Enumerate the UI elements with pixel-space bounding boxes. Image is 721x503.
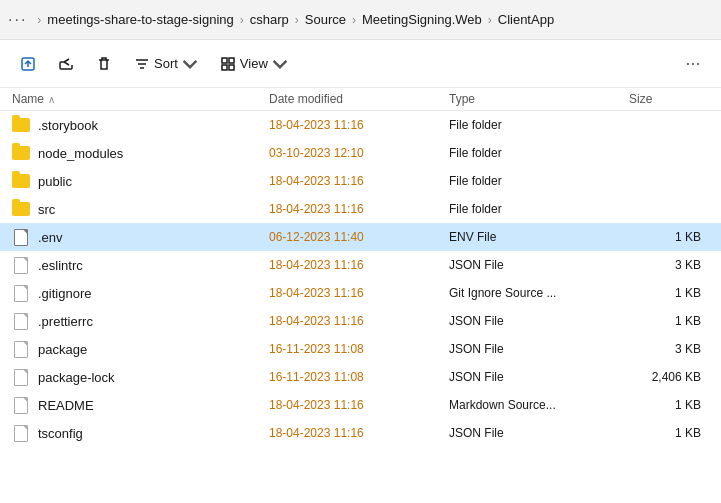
file-name: .storybook <box>38 118 98 133</box>
file-type: JSON File <box>449 258 629 272</box>
file-type: JSON File <box>449 314 629 328</box>
share-button[interactable] <box>50 48 82 80</box>
file-size: 1 KB <box>629 286 709 300</box>
file-date: 06-12-2023 11:40 <box>269 230 449 244</box>
table-row[interactable]: .env 06-12-2023 11:40 ENV File 1 KB <box>0 223 721 251</box>
file-date: 18-04-2023 11:16 <box>269 426 449 440</box>
file-date: 18-04-2023 11:16 <box>269 174 449 188</box>
table-row[interactable]: .storybook 18-04-2023 11:16 File folder <box>0 111 721 139</box>
table-row[interactable]: src 18-04-2023 11:16 File folder <box>0 195 721 223</box>
file-name: .prettierrc <box>38 314 93 329</box>
trash-icon <box>96 56 112 72</box>
table-row[interactable]: .eslintrc 18-04-2023 11:16 JSON File 3 K… <box>0 251 721 279</box>
file-type: JSON File <box>449 370 629 384</box>
file-name-cell: tsconfig <box>12 424 269 442</box>
file-date: 18-04-2023 11:16 <box>269 286 449 300</box>
delete-button[interactable] <box>88 48 120 80</box>
file-date: 18-04-2023 11:16 <box>269 118 449 132</box>
file-name: .gitignore <box>38 286 91 301</box>
file-name: package-lock <box>38 370 115 385</box>
sort-arrow-icon: ∧ <box>48 94 55 105</box>
table-row[interactable]: public 18-04-2023 11:16 File folder <box>0 167 721 195</box>
file-size: 3 KB <box>629 258 709 272</box>
file-type: File folder <box>449 146 629 160</box>
file-size: 1 KB <box>629 426 709 440</box>
file-name-cell: .storybook <box>12 116 269 134</box>
file-date: 18-04-2023 11:16 <box>269 398 449 412</box>
file-type: File folder <box>449 174 629 188</box>
view-label: View <box>240 56 268 71</box>
table-row[interactable]: package-lock 16-11-2023 11:08 JSON File … <box>0 363 721 391</box>
column-date-modified: Date modified <box>269 92 449 106</box>
file-name: README <box>38 398 94 413</box>
file-icon <box>14 341 28 358</box>
table-row[interactable]: README 18-04-2023 11:16 Markdown Source.… <box>0 391 721 419</box>
table-row[interactable]: tsconfig 18-04-2023 11:16 JSON File 1 KB <box>0 419 721 447</box>
file-icon <box>14 285 28 302</box>
breadcrumb-source[interactable]: Source <box>305 12 346 27</box>
sort-chevron-icon <box>182 56 198 72</box>
titlebar: ··· › meetings-share-to-stage-signing › … <box>0 0 721 40</box>
file-name: .eslintrc <box>38 258 83 273</box>
file-size: 2,406 KB <box>629 370 709 384</box>
column-name[interactable]: Name ∧ <box>12 92 269 106</box>
file-size: 1 KB <box>629 398 709 412</box>
table-row[interactable]: .gitignore 18-04-2023 11:16 Git Ignore S… <box>0 279 721 307</box>
toolbar: Sort View ··· <box>0 40 721 88</box>
arrow-up-icon <box>20 56 36 72</box>
env-file-icon <box>14 229 28 246</box>
svg-rect-3 <box>222 65 227 70</box>
file-type: File folder <box>449 118 629 132</box>
file-list-header: Name ∧ Date modified Type Size <box>0 88 721 111</box>
breadcrumb-csharp[interactable]: csharp <box>250 12 289 27</box>
file-name-cell: .env <box>12 228 269 246</box>
svg-rect-4 <box>229 65 234 70</box>
file-date: 18-04-2023 11:16 <box>269 314 449 328</box>
file-name-cell: package <box>12 340 269 358</box>
file-name: public <box>38 174 72 189</box>
file-name: tsconfig <box>38 426 83 441</box>
file-date: 18-04-2023 11:16 <box>269 258 449 272</box>
table-row[interactable]: .prettierrc 18-04-2023 11:16 JSON File 1… <box>0 307 721 335</box>
column-size: Size <box>629 92 709 106</box>
file-type: JSON File <box>449 426 629 440</box>
file-size: 3 KB <box>629 342 709 356</box>
table-row[interactable]: package 16-11-2023 11:08 JSON File 3 KB <box>0 335 721 363</box>
file-name-cell: README <box>12 396 269 414</box>
file-name-cell: node_modules <box>12 144 269 162</box>
file-type: ENV File <box>449 230 629 244</box>
file-list-container: Name ∧ Date modified Type Size .storyboo… <box>0 88 721 503</box>
file-type: Git Ignore Source ... <box>449 286 629 300</box>
breadcrumb-web[interactable]: MeetingSigning.Web <box>362 12 482 27</box>
navigate-up-button[interactable] <box>12 48 44 80</box>
svg-rect-2 <box>229 58 234 63</box>
svg-rect-1 <box>222 58 227 63</box>
file-date: 16-11-2023 11:08 <box>269 370 449 384</box>
file-type: File folder <box>449 202 629 216</box>
table-row[interactable]: node_modules 03-10-2023 12:10 File folde… <box>0 139 721 167</box>
file-icon <box>14 257 28 274</box>
file-icon <box>14 313 28 330</box>
file-name-cell: public <box>12 172 269 190</box>
file-type: JSON File <box>449 342 629 356</box>
file-name: src <box>38 202 55 217</box>
breadcrumb-root[interactable]: meetings-share-to-stage-signing <box>47 12 233 27</box>
view-button[interactable]: View <box>212 48 296 80</box>
file-date: 03-10-2023 12:10 <box>269 146 449 160</box>
view-icon <box>220 56 236 72</box>
file-name: .env <box>38 230 63 245</box>
more-options-button[interactable]: ··· <box>677 48 709 80</box>
file-name-cell: src <box>12 200 269 218</box>
file-type: Markdown Source... <box>449 398 629 412</box>
sort-button[interactable]: Sort <box>126 48 206 80</box>
file-size: 1 KB <box>629 230 709 244</box>
breadcrumb-clientapp[interactable]: ClientApp <box>498 12 554 27</box>
column-type: Type <box>449 92 629 106</box>
file-icon <box>14 397 28 414</box>
share-icon <box>58 56 74 72</box>
file-name: node_modules <box>38 146 123 161</box>
file-name-cell: .eslintrc <box>12 256 269 274</box>
folder-icon <box>12 174 30 188</box>
file-icon <box>14 369 28 386</box>
file-size: 1 KB <box>629 314 709 328</box>
